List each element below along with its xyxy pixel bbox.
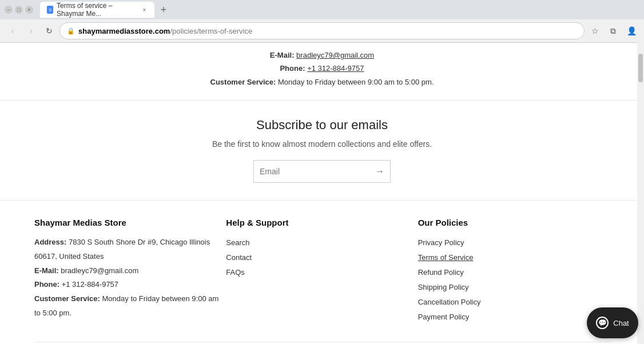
footer-main: Shaymar Medias Store Address: 7830 S Sou… [0, 201, 644, 344]
email-input-wrap: → [253, 160, 391, 183]
subscribe-section: Subscribe to our emails Be the first to … [0, 101, 644, 201]
subscribe-subtitle: Be the first to know almost modern colle… [11, 139, 633, 149]
footer-link-refund[interactable]: Refund Policy [418, 265, 610, 280]
browser-scrollbar[interactable] [637, 42, 644, 344]
footer-link-contact[interactable]: Contact [226, 250, 418, 265]
email-link[interactable]: bradleyc79@gmail.com [296, 51, 374, 59]
footer-link-terms[interactable]: Terms of Service [418, 250, 610, 265]
chat-label: Chat [613, 319, 629, 327]
tab-label: Terms of service – Shaymar Me... [57, 2, 138, 18]
email-line: E-Mail: bradleyc79@gmail.com [0, 49, 644, 62]
contact-section: E-Mail: bradleyc79@gmail.com Phone: +1 3… [0, 43, 644, 101]
address-bar-row: ‹ › ↻ 🔒 shaymarmediasstore.com/policies/… [0, 19, 644, 42]
footer-col-help: Help & Support Search Contact FAQs [226, 218, 418, 325]
page-content: E-Mail: bradleyc79@gmail.com Phone: +1 3… [0, 43, 644, 344]
back-button[interactable]: ‹ [5, 23, 21, 39]
bookmark-button[interactable]: ☆ [587, 23, 603, 39]
subscribe-title: Subscribe to our emails [11, 118, 633, 133]
forward-button[interactable]: › [23, 23, 39, 39]
maximize-button[interactable]: □ [15, 6, 23, 14]
phone-line: Phone: +1 312-884-9757 [0, 62, 644, 75]
footer-col1-title: Shaymar Medias Store [34, 218, 226, 227]
footer-link-shipping[interactable]: Shipping Policy [418, 280, 610, 295]
tab-bar: – □ × S Terms of service – Shaymar Me...… [0, 0, 644, 19]
address-bar[interactable]: 🔒 shaymarmediasstore.com/policies/terms-… [59, 22, 585, 39]
phone-link[interactable]: +1 312-884-9757 [307, 64, 364, 73]
reload-button[interactable]: ↻ [41, 23, 57, 39]
browser-chrome: – □ × S Terms of service – Shaymar Me...… [0, 0, 644, 43]
chat-bubble-icon: 💬 [596, 317, 609, 329]
minimize-button[interactable]: – [5, 6, 13, 14]
footer-link-payment[interactable]: Payment Policy [418, 310, 610, 325]
scrollbar-thumb[interactable] [638, 54, 643, 82]
email-form: → [11, 160, 633, 183]
footer-service: Customer Service: Monday to Friday betwe… [34, 292, 226, 320]
email-input[interactable] [260, 167, 375, 176]
service-line: Customer Service: Monday to Friday betwe… [0, 75, 644, 89]
close-window-button[interactable]: × [25, 6, 33, 14]
address-domain: shaymarmediasstore.com/policies/terms-of… [78, 27, 252, 35]
new-tab-button[interactable]: + [157, 3, 170, 17]
submit-arrow[interactable]: → [375, 166, 384, 177]
window-controls: – □ × [5, 6, 33, 14]
footer-email: E-Mail: bradleyc79@gmail.com [34, 264, 226, 278]
footer-address: Address: 7830 S South Shore Dr #9, Chica… [34, 235, 226, 263]
footer-col2-title: Help & Support [226, 218, 418, 227]
footer-link-privacy[interactable]: Privacy Policy [418, 235, 610, 250]
payment-section: AMEX Pay DC DISC G Pay PayPal shop Venmo… [34, 342, 610, 344]
footer-col-policies: Our Policies Privacy Policy Terms of Ser… [418, 218, 610, 325]
tab-close-button[interactable]: × [141, 6, 148, 14]
profile-button[interactable]: 👤 [623, 23, 639, 39]
footer-columns: Shaymar Medias Store Address: 7830 S Sou… [34, 218, 610, 325]
footer-link-faqs[interactable]: FAQs [226, 265, 418, 280]
tab-favicon: S [47, 6, 53, 14]
footer-col-store: Shaymar Medias Store Address: 7830 S Sou… [34, 218, 226, 325]
lock-icon: 🔒 [67, 27, 75, 35]
footer-col3-title: Our Policies [418, 218, 610, 227]
footer-link-search[interactable]: Search [226, 235, 418, 250]
chat-widget[interactable]: 💬 Chat [587, 307, 638, 338]
extensions-button[interactable]: ⧉ [605, 23, 621, 39]
footer-link-cancellation[interactable]: Cancellation Policy [418, 295, 610, 310]
footer-phone: Phone: +1 312-884-9757 [34, 278, 226, 292]
browser-tab-active[interactable]: S Terms of service – Shaymar Me... × [40, 2, 154, 18]
